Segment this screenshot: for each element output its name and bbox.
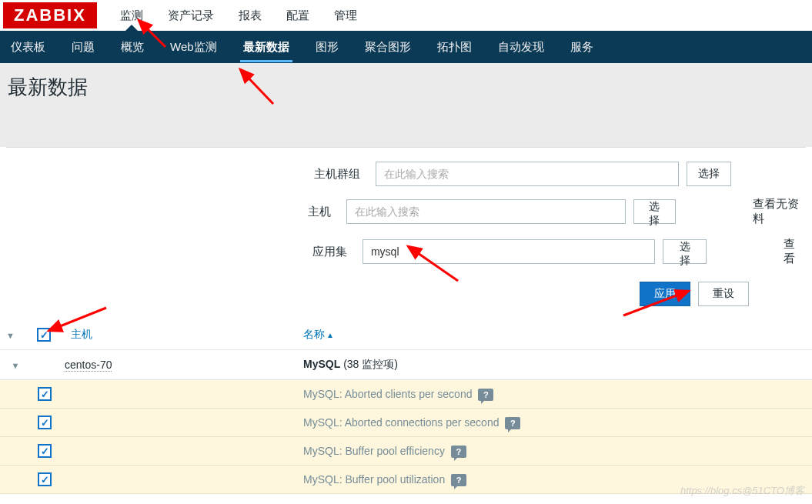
table-row: MySQL: Aborted clients per second ? — [0, 380, 812, 409]
host-select-button[interactable]: 选择 — [633, 199, 677, 224]
top-nav-item[interactable]: 报表 — [237, 1, 263, 31]
top-nav-item[interactable]: 资产记录 — [166, 1, 216, 31]
app-input[interactable] — [363, 239, 655, 264]
help-icon[interactable]: ? — [478, 389, 493, 401]
help-icon[interactable]: ? — [451, 474, 466, 486]
row-checkbox[interactable] — [38, 472, 52, 486]
page-header: 最新数据 — [0, 63, 812, 147]
sub-nav-item[interactable]: 自动发现 — [495, 32, 547, 62]
filter-buttons: 应用 重设 — [6, 282, 806, 306]
table-row: MySQL: Buffer pool efficiency ? — [0, 437, 812, 466]
filter-row-app: 应用集 选择 查看 — [6, 237, 806, 266]
reset-button[interactable]: 重设 — [698, 282, 749, 306]
host-input[interactable] — [346, 199, 626, 224]
sub-nav-item[interactable]: 拓扑图 — [434, 32, 475, 62]
help-icon[interactable]: ? — [451, 446, 466, 458]
host-group-label: 主机群组 — [6, 167, 368, 182]
caret-down-icon[interactable]: ▼ — [6, 331, 15, 340]
row-checkbox[interactable] — [38, 416, 52, 429]
side-label-no-data: 查看无资料 — [753, 197, 806, 226]
host-link[interactable]: centos-70 — [65, 359, 112, 372]
filter-panel: 主机群组 选择 主机 选择 查看无资料 应用集 选择 查看 应用 重设 — [6, 147, 806, 320]
sort-asc-icon: ▲ — [326, 331, 334, 339]
sub-nav-item[interactable]: 聚合图形 — [362, 32, 414, 62]
filter-row-host-group: 主机群组 选择 — [6, 162, 806, 186]
sub-nav-item[interactable]: 最新数据 — [240, 32, 292, 62]
top-nav-item[interactable]: 监测 — [119, 1, 145, 31]
app-count: (38 监控项) — [343, 358, 398, 370]
item-name[interactable]: MySQL: Aborted clients per second — [303, 388, 472, 400]
help-icon[interactable]: ? — [505, 417, 520, 429]
app-name: MySQL — [303, 358, 340, 370]
sub-nav-item[interactable]: 服务 — [567, 32, 596, 62]
top-nav-item[interactable]: 配置 — [285, 1, 311, 31]
sub-nav-item[interactable]: 图形 — [312, 32, 342, 62]
top-nav: 监测资产记录报表配置管理 — [119, 1, 359, 31]
app-select-button[interactable]: 选择 — [663, 239, 707, 264]
sub-nav-item[interactable]: Web监测 — [167, 32, 220, 62]
data-table: ▼ 主机 名称▲ ▼ centos-70 MySQL (38 监控项) MySQ… — [0, 320, 812, 494]
host-group-select-button[interactable]: 选择 — [687, 162, 731, 186]
item-name[interactable]: MySQL: Buffer pool efficiency — [303, 445, 445, 457]
item-name[interactable]: MySQL: Aborted connections per second — [303, 416, 499, 429]
check-all-header[interactable] — [31, 320, 58, 350]
name-header[interactable]: 名称▲ — [297, 320, 812, 350]
row-checkbox[interactable] — [38, 387, 52, 401]
sub-nav: 仪表板问题概览Web监测最新数据图形聚合图形拓扑图自动发现服务 — [0, 31, 812, 63]
host-group-input[interactable] — [376, 162, 679, 186]
host-label: 主机 — [6, 205, 339, 219]
sub-nav-item[interactable]: 概览 — [118, 32, 147, 62]
side-label-view: 查看 — [784, 237, 806, 266]
apply-button[interactable]: 应用 — [640, 282, 690, 306]
host-header[interactable]: 主机 — [58, 320, 297, 350]
top-nav-item[interactable]: 管理 — [332, 1, 359, 31]
page-title: 最新数据 — [8, 74, 804, 101]
check-all-checkbox[interactable] — [37, 328, 51, 342]
sub-nav-item[interactable]: 问题 — [69, 32, 98, 62]
app-label: 应用集 — [6, 245, 355, 259]
sub-nav-item[interactable]: 仪表板 — [8, 32, 48, 62]
watermark: https://blog.cs@51CTO博客 — [680, 484, 804, 494]
table-row: MySQL: Aborted connections per second ? — [0, 409, 812, 437]
caret-down-icon[interactable]: ▼ — [12, 361, 20, 370]
item-name[interactable]: MySQL: Buffer pool utilization — [303, 473, 445, 486]
row-checkbox[interactable] — [38, 444, 52, 458]
top-bar: ZABBIX 监测资产记录报表配置管理 — [0, 0, 812, 31]
filter-row-host: 主机 选择 查看无资料 — [6, 197, 806, 226]
table-group-row: ▼ centos-70 MySQL (38 监控项) — [0, 350, 812, 380]
table-header-row: ▼ 主机 名称▲ — [0, 320, 812, 350]
logo: ZABBIX — [3, 2, 97, 28]
expand-all-header[interactable]: ▼ — [0, 320, 31, 350]
